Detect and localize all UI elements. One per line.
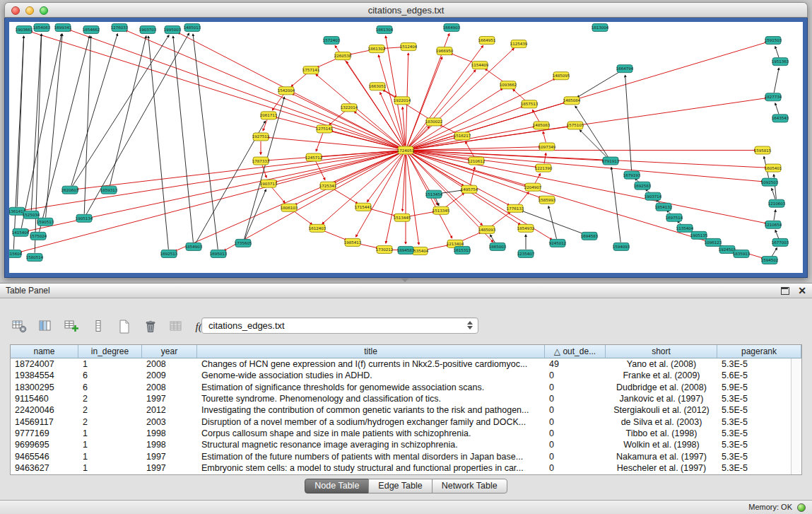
graph-node[interactable]: 1415404 [12, 228, 30, 236]
graph-node[interactable]: 1835913 [733, 250, 751, 257]
table-cell[interactable]: 2 [78, 393, 142, 404]
graph-edge[interactable] [774, 68, 779, 93]
table-cell[interactable]: Estimation of the future numbers of pati… [197, 450, 545, 462]
graph-node[interactable]: 1245712 [305, 153, 322, 161]
graph-edge[interactable] [772, 247, 777, 256]
table-cell[interactable]: 1 [78, 428, 142, 439]
table-cell[interactable]: 0 [545, 416, 606, 427]
graph-node[interactable]: 1854132 [655, 203, 672, 211]
graph-edge[interactable] [518, 192, 529, 205]
graph-node[interactable]: 1542004 [278, 87, 295, 95]
delete-icon[interactable] [141, 317, 160, 337]
graph-node[interactable]: 1757141 [302, 66, 319, 74]
tab-node-table[interactable]: Node Table [305, 479, 369, 493]
graph-edge[interactable] [354, 112, 402, 148]
graph-edge[interactable] [575, 106, 608, 157]
network-canvas[interactable]: 1724051151240418613022260538175714115420… [9, 22, 803, 273]
graph-edge[interactable] [367, 154, 403, 202]
graph-node[interactable]: 1575024 [30, 232, 47, 240]
graph-edge[interactable] [76, 151, 401, 189]
table-cell[interactable]: 49 [545, 358, 606, 370]
graph-edge[interactable] [71, 34, 118, 186]
graph-node[interactable]: 1615313 [454, 246, 471, 254]
graph-node[interactable]: 1664794 [616, 65, 634, 73]
graph-edge[interactable] [173, 36, 194, 243]
table-cell[interactable]: 5.5E-5 [717, 404, 791, 416]
table-row[interactable]: 911546021997Tourette syndrome. Phenomeno… [11, 393, 791, 404]
graph-node[interactable]: 1861302 [368, 45, 385, 53]
graph-node[interactable]: 1093662 [500, 81, 517, 89]
panel-resize-grip[interactable] [401, 278, 409, 282]
graph-edge[interactable] [410, 78, 555, 148]
table-cell[interactable]: 1 [78, 358, 142, 370]
graph-node[interactable]: 1905134 [76, 214, 93, 222]
table-cell[interactable]: 9115460 [11, 393, 78, 404]
graph-node[interactable]: 1903714 [645, 192, 662, 200]
graph-node[interactable]: 1485093 [478, 226, 496, 233]
graph-edge[interactable] [291, 73, 307, 86]
graph-node[interactable]: 1513454 [425, 190, 443, 198]
graph-node[interactable]: 1922014 [394, 97, 411, 105]
table-selector-combobox[interactable]: citations_edges.txt [201, 317, 478, 334]
graph-edge[interactable] [31, 34, 41, 210]
graph-edge[interactable] [775, 47, 779, 58]
graph-edge[interactable] [772, 188, 775, 199]
graph-node[interactable]: 1512404 [400, 43, 418, 51]
graph-edge[interactable] [406, 155, 419, 245]
graph-node[interactable]: 1572403 [323, 37, 341, 45]
table-cell[interactable]: 5.3E-5 [717, 428, 791, 439]
graph-node[interactable]: 1905135 [690, 231, 708, 239]
graph-node[interactable]: 1096123 [705, 238, 722, 246]
graph-node[interactable]: 1154409 [471, 62, 489, 69]
table-cell[interactable]: Jankovic et al. (1997) [606, 393, 717, 404]
table-cell[interactable]: 14569117 [11, 416, 78, 427]
graph-node[interactable]: 1854932 [517, 224, 534, 232]
graph-node[interactable]: 1664951 [478, 37, 495, 45]
table-cell[interactable]: 0 [545, 450, 606, 462]
table-cell[interactable]: 2008 [142, 382, 197, 393]
graph-node[interactable]: 1135404 [676, 224, 694, 232]
graph-edge[interactable] [193, 34, 218, 250]
graph-edge[interactable] [410, 151, 763, 182]
graph-node[interactable]: 1585993 [539, 196, 556, 204]
table-cell[interactable]: 2009 [142, 370, 197, 381]
graph-node[interactable]: 1725341 [319, 182, 336, 189]
table-cell[interactable]: Tibbo et al. (1998) [606, 428, 717, 439]
graph-node[interactable]: 1865003 [489, 243, 507, 250]
table-row[interactable]: 946554611997Estimation of the future num… [11, 450, 791, 462]
table-cell[interactable]: 1 [78, 450, 142, 462]
column-header[interactable]: year [142, 345, 197, 358]
graph-edge[interactable] [13, 36, 23, 250]
graph-node[interactable]: 1276033 [111, 24, 129, 32]
table-cell[interactable]: 5.3E-5 [717, 358, 791, 370]
graph-edge[interactable] [245, 189, 266, 239]
graph-edge[interactable] [513, 89, 526, 101]
graph-node[interactable]: 1275141 [316, 125, 333, 133]
graph-node[interactable]: 1859313 [100, 186, 118, 194]
table-cell[interactable]: Changes of HCN gene expression and I(f) … [197, 358, 545, 370]
graph-node[interactable]: 1677003 [772, 238, 789, 246]
graph-edge[interactable] [46, 34, 63, 217]
graph-node[interactable]: 2061713 [260, 112, 278, 119]
graph-node[interactable]: 1776133 [507, 204, 524, 212]
graph-edge[interactable] [271, 187, 285, 202]
graph-node[interactable]: 1854903 [185, 243, 203, 250]
graph-edge[interactable] [69, 30, 401, 148]
graph-node[interactable]: 1415604 [9, 250, 23, 257]
graph-node[interactable]: 1663051 [369, 83, 386, 90]
graph-node[interactable]: 1735605 [235, 239, 252, 247]
table-cell[interactable]: 9463627 [11, 462, 78, 474]
graph-node[interactable]: 1854063 [33, 24, 51, 32]
graph-edge[interactable] [316, 161, 325, 180]
graph-node[interactable]: 1221390 [535, 164, 553, 172]
graph-node[interactable]: 1590513 [37, 218, 54, 226]
graph-node[interactable]: 1830022 [425, 118, 442, 126]
graph-edge[interactable] [72, 35, 169, 187]
table-cell[interactable]: Yano et al. (2008) [606, 358, 717, 370]
table-cell[interactable]: 1997 [142, 393, 197, 404]
graph-node[interactable]: 1210654 [765, 221, 782, 228]
graph-node[interactable]: 2204907 [524, 183, 542, 191]
graph-node[interactable]: 1857513 [521, 100, 539, 108]
graph-edge[interactable] [275, 151, 401, 182]
graph-edge[interactable] [774, 210, 775, 221]
